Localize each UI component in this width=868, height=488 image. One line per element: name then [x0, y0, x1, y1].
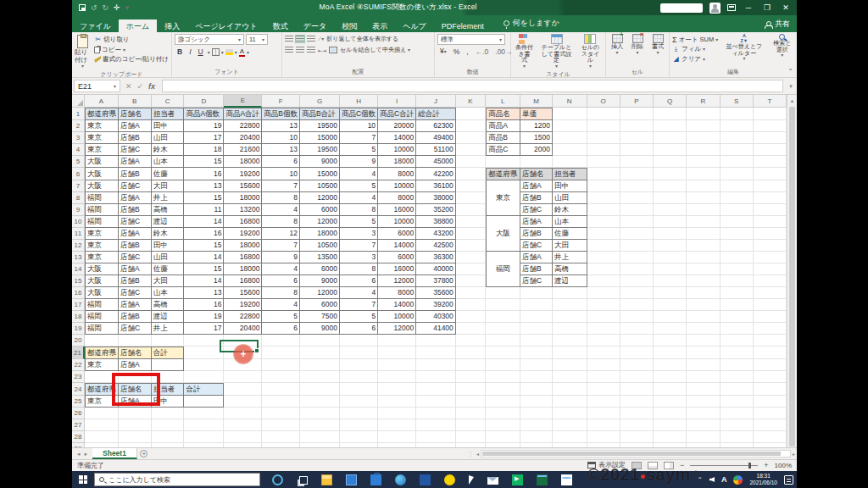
cell-J16[interactable]: 35600	[416, 287, 456, 299]
cell-Q23[interactable]	[654, 371, 687, 383]
cell-A16[interactable]: 大阪	[85, 287, 119, 299]
cell-P24[interactable]	[620, 383, 654, 396]
cell-D3[interactable]: 17	[184, 132, 224, 144]
cell-P1[interactable]	[620, 108, 654, 120]
cell-R9[interactable]	[687, 204, 720, 216]
cell-M2[interactable]: 1200	[520, 120, 553, 132]
cell-F24[interactable]	[262, 383, 300, 396]
sheet-tab-active[interactable]: Sheet1	[92, 448, 137, 459]
cell-K27[interactable]	[456, 419, 486, 431]
cell-S10[interactable]	[721, 216, 754, 228]
cell-L22[interactable]	[486, 359, 520, 371]
cell-R24[interactable]	[687, 383, 720, 396]
cell-L24[interactable]	[486, 383, 520, 396]
cell-M26[interactable]	[520, 408, 553, 419]
cell-L28[interactable]	[486, 431, 520, 443]
cell-H26[interactable]	[340, 408, 378, 419]
cell-K22[interactable]	[456, 359, 486, 371]
cell-N22[interactable]	[553, 359, 587, 371]
cell-O18[interactable]	[587, 311, 620, 323]
cell-Q29[interactable]	[654, 443, 687, 447]
insert-cells-button[interactable]: 挿入▾	[609, 34, 625, 55]
cell-M11[interactable]: 店舗B	[520, 228, 553, 240]
autosum-button[interactable]: Σオート SUM▾	[672, 36, 718, 44]
cell-E1[interactable]: 商品A合計	[224, 108, 262, 120]
cell-N15[interactable]: 渡辺	[553, 275, 587, 287]
cell-A29[interactable]	[85, 443, 119, 447]
cell-N28[interactable]	[553, 431, 587, 443]
cell-N25[interactable]	[553, 396, 587, 408]
restore-button[interactable]: ❐	[761, 0, 773, 15]
col-header-C[interactable]: C	[152, 95, 185, 108]
font-size-select[interactable]: 11▾	[246, 34, 268, 45]
cell-H3[interactable]: 7	[340, 132, 378, 144]
cell-G23[interactable]	[300, 371, 340, 383]
cell-J7[interactable]: 36100	[416, 180, 456, 192]
cell-H21[interactable]	[340, 347, 378, 359]
cell-S19[interactable]	[721, 323, 754, 335]
cell-G17[interactable]: 6000	[300, 299, 340, 311]
cell-C4[interactable]: 鈴木	[152, 144, 185, 156]
cell-M15[interactable]: 店舗C	[520, 275, 553, 287]
cell-C16[interactable]: 山本	[152, 287, 185, 299]
paste-button[interactable]: 貼り付け▾	[75, 34, 91, 69]
align-bottom-icon[interactable]	[307, 36, 315, 42]
cell-K29[interactable]	[456, 443, 486, 447]
cell-K24[interactable]	[456, 383, 486, 396]
cell-H9[interactable]: 8	[340, 204, 378, 216]
cell-L20[interactable]	[486, 335, 520, 347]
cell-S5[interactable]	[721, 156, 754, 168]
cell-T3[interactable]	[754, 132, 787, 144]
cell-G4[interactable]: 19500	[300, 144, 340, 156]
cell-C14[interactable]: 佐藤	[152, 263, 185, 275]
cell-L18[interactable]	[486, 311, 520, 323]
cell-E12[interactable]: 18000	[224, 240, 262, 252]
cell-R26[interactable]	[687, 408, 720, 419]
fill-button[interactable]: ⤓フィル▾	[672, 45, 718, 54]
formula-bar-expand-icon[interactable]: ▾	[785, 78, 797, 94]
cell-M14[interactable]: 店舗B	[520, 263, 553, 275]
cell-L19[interactable]	[486, 323, 520, 335]
cell-G10[interactable]: 12000	[300, 216, 340, 228]
save-icon[interactable]	[79, 4, 86, 11]
cell-K13[interactable]	[456, 252, 486, 263]
cell-F25[interactable]	[262, 396, 300, 408]
cell-R15[interactable]	[687, 275, 720, 287]
cell-O7[interactable]	[587, 180, 620, 192]
cell-C28[interactable]	[152, 431, 185, 443]
cell-B22[interactable]: 店舗A	[119, 359, 152, 371]
cell-B11[interactable]: 店舗A	[119, 228, 152, 240]
add-sheet-button[interactable]: +	[137, 448, 151, 459]
cell-O17[interactable]	[587, 299, 620, 311]
collapse-ribbon-icon[interactable]: ⌃	[787, 68, 793, 75]
cell-E7[interactable]: 15600	[224, 180, 262, 192]
fill-color-icon[interactable]	[225, 49, 233, 55]
cell-O22[interactable]	[587, 359, 620, 371]
cell-C3[interactable]: 山田	[152, 132, 185, 144]
cell-A26[interactable]	[85, 408, 119, 419]
cell-N11[interactable]: 佐藤	[553, 228, 587, 240]
cell-O20[interactable]	[587, 335, 620, 347]
cell-D24[interactable]: 合計	[184, 383, 224, 396]
cell-E29[interactable]	[224, 443, 262, 447]
task-view-icon[interactable]	[299, 476, 308, 485]
cell-I17[interactable]: 14000	[378, 299, 416, 311]
cell-N29[interactable]	[553, 443, 587, 447]
cell-P19[interactable]	[620, 323, 654, 335]
cell-T6[interactable]	[754, 168, 787, 180]
cell-E14[interactable]: 18000	[224, 263, 262, 275]
cell-B8[interactable]: 店舗A	[119, 192, 152, 204]
cell-F27[interactable]	[262, 419, 300, 431]
cell-D29[interactable]	[184, 443, 224, 447]
align-top-icon[interactable]	[285, 36, 293, 42]
bold-button[interactable]: B	[175, 47, 185, 58]
cell-T29[interactable]	[754, 443, 787, 447]
cell-G8[interactable]: 12000	[300, 192, 340, 204]
taskbar-search-input[interactable]: ここに入力して検索	[94, 473, 260, 486]
cell-F21[interactable]	[262, 347, 300, 359]
cell-P25[interactable]	[620, 396, 654, 408]
cell-F11[interactable]: 12	[262, 228, 300, 240]
cell-S3[interactable]	[721, 132, 754, 144]
cell-H11[interactable]: 3	[340, 228, 378, 240]
cell-H10[interactable]: 5	[340, 216, 378, 228]
